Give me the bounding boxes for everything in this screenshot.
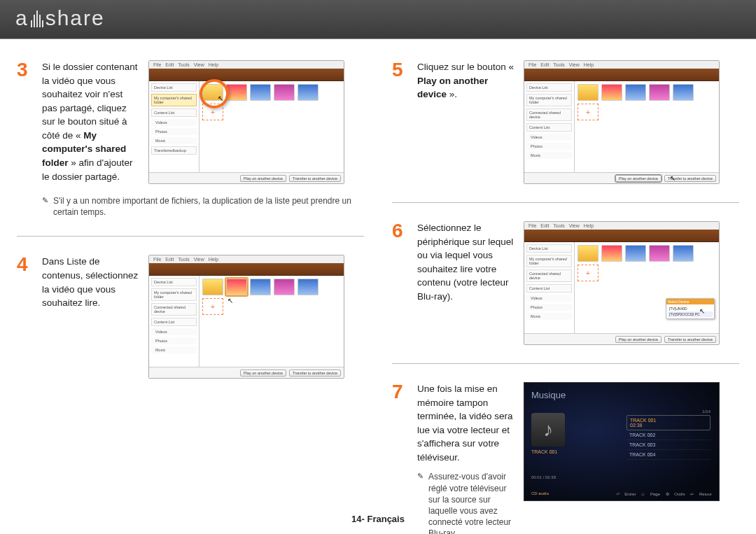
divider (392, 202, 739, 203)
page-footer: 14- Français (0, 514, 756, 524)
step-number: 4 (17, 255, 32, 379)
step-7-note: Assurez-vous d'avoir réglé votre télévis… (417, 471, 515, 534)
device-popup: Select Device [TV]UN40D [TV]SP2OCC02 PC (666, 298, 715, 319)
selected-thumb[interactable] (226, 279, 247, 295)
play-other-button-hover[interactable]: Play on another device (615, 175, 662, 182)
tv-screen: Musique ♪ TRACK 001 00:01 / 02:38 1/14 T… (524, 382, 720, 501)
logo: ashare (15, 6, 105, 31)
right-column: 5 Cliquez sur le bouton « Play on anothe… (392, 60, 739, 534)
step-5: 5 Cliquez sur le bouton « Play on anothe… (392, 60, 739, 184)
page-body: 3 Si le dossier contenant la vidéo que v… (0, 39, 756, 534)
step-6: 6 Sélectionnez le périphérique sur leque… (392, 221, 739, 345)
callout-circle-icon (200, 79, 229, 108)
music-note-icon: ♪ (531, 413, 565, 447)
cursor-icon: ↖ (670, 174, 676, 182)
left-column: 3 Si le dossier contenant la vidéo que v… (17, 60, 364, 534)
step-7-text: Une fois la mise en mémoire tampon termi… (417, 382, 515, 464)
thumb[interactable] (226, 84, 247, 101)
header: ashare (0, 0, 756, 39)
step-4: 4 Dans Liste de contenus, sélectionnez l… (17, 255, 364, 379)
step-number: 7 (392, 382, 407, 534)
app-window-step3: FileEditToolsViewHelp Device List My com… (148, 60, 344, 184)
track-row-selected[interactable]: TRACK 001 02:38 (626, 415, 710, 430)
app-window-step5: FileEditToolsViewHelp Device List My com… (524, 60, 720, 184)
track-list: 1/14 TRACK 001 02:38 TRACK 002 TRACK 003… (626, 409, 710, 460)
toolbar (149, 69, 344, 81)
tv-title: Musique (531, 390, 712, 400)
divider (392, 363, 739, 364)
step-6-text: Sélectionnez le périphérique sur lequel … (417, 221, 515, 303)
play-other-button[interactable]: Play on another device (240, 175, 286, 182)
cursor-icon: ↖ (699, 307, 705, 315)
thumb[interactable] (250, 84, 271, 101)
step-4-text: Dans Liste de contenus, sélectionnez la … (42, 255, 140, 309)
logo-prefix: a (15, 6, 29, 29)
cursor-icon: ↖ (227, 297, 233, 304)
step-number: 5 (392, 60, 407, 184)
step-number: 3 (17, 60, 32, 218)
sidebar: Device List My computer's shared folder … (149, 81, 200, 172)
thumb[interactable] (298, 84, 318, 101)
step-5-text: Cliquez sur le bouton « Play on another … (417, 60, 515, 101)
step-3-note: S'il y a un nombre important de fichiers… (42, 195, 364, 218)
divider (17, 236, 364, 237)
thumb[interactable] (274, 84, 295, 101)
step-7: 7 Une fois la mise en mémoire tampon ter… (392, 382, 739, 534)
app-window-step4: FileEditToolsViewHelp Device List My com… (148, 255, 344, 379)
step-3: 3 Si le dossier contenant la vidéo que v… (17, 60, 364, 218)
logo-suffix: share (46, 6, 105, 29)
logo-bars-icon (30, 8, 44, 32)
cursor-icon: ↖ (218, 94, 223, 102)
step-3-text: Si le dossier contenant la vidéo que vou… (42, 60, 140, 183)
app-window-step6: FileEditToolsViewHelp Device List My com… (524, 221, 720, 345)
menubar: FileEditToolsViewHelp (149, 61, 344, 69)
tv-controls: ⏎ Entrer ◇ Page ⚙ Outils ↩ Retour (612, 491, 712, 496)
step-number: 6 (392, 221, 407, 345)
transfer-button[interactable]: Transfer to another device (289, 175, 341, 182)
